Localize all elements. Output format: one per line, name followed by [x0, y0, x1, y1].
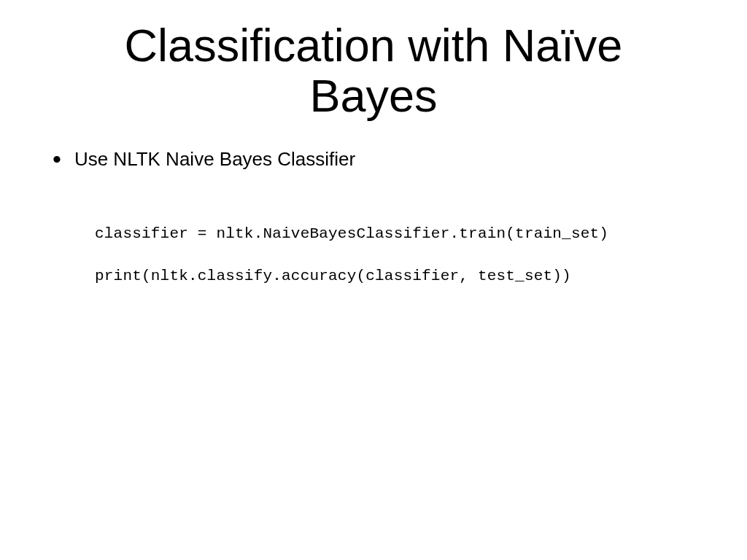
- slide-body: • Use NLTK Naive Bayes Classifier classi…: [0, 122, 747, 287]
- title-line-2: Bayes: [309, 70, 437, 121]
- code-line-1: classifier = nltk.NaiveBayesClassifier.t…: [95, 224, 747, 244]
- bullet-text: Use NLTK Naive Bayes Classifier: [74, 148, 355, 171]
- code-block: classifier = nltk.NaiveBayesClassifier.t…: [95, 224, 747, 287]
- slide: Classification with Naïve Bayes • Use NL…: [0, 0, 747, 560]
- code-line-2: print(nltk.classify.accuracy(classifier,…: [95, 266, 747, 287]
- bullet-icon: •: [53, 147, 61, 171]
- bullet-item: • Use NLTK Naive Bayes Classifier: [53, 148, 747, 171]
- title-line-1: Classification with Naïve: [125, 20, 623, 71]
- slide-title: Classification with Naïve Bayes: [0, 0, 747, 122]
